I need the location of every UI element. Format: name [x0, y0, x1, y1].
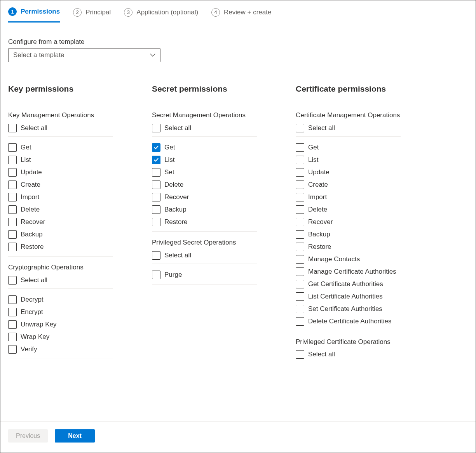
template-select[interactable]: Select a template — [8, 48, 160, 62]
select-all-row: Select all — [8, 274, 113, 289]
tab-label: Permissions — [21, 8, 60, 16]
permission-row: Purge — [152, 269, 257, 281]
checkbox[interactable] — [8, 230, 17, 239]
content-area: Configure from a template Select a templ… — [0, 23, 476, 403]
permission-label: Set Certificate Authorities — [308, 305, 382, 313]
permission-label: List — [308, 156, 318, 164]
checkbox[interactable] — [152, 271, 160, 279]
checkbox[interactable] — [8, 193, 17, 201]
checkbox[interactable] — [296, 205, 304, 214]
checkbox[interactable] — [8, 143, 17, 152]
checkbox[interactable] — [296, 193, 304, 201]
checkbox[interactable] — [296, 350, 304, 359]
checkbox[interactable] — [152, 251, 160, 260]
checkbox[interactable] — [296, 305, 304, 313]
permission-list: Purge — [152, 269, 257, 285]
permission-row: Recover — [8, 216, 113, 228]
checkbox[interactable] — [8, 308, 17, 316]
permission-list: GetListUpdateCreateImportDeleteRecoverBa… — [296, 141, 401, 331]
tab-label: Review + create — [224, 9, 271, 16]
permission-label: Recover — [21, 218, 45, 226]
checkbox[interactable] — [8, 181, 17, 189]
permission-label: Create — [308, 181, 328, 189]
permission-row: Get — [8, 141, 113, 154]
step-number-icon: 2 — [73, 8, 82, 17]
checkbox[interactable] — [8, 156, 17, 164]
checkbox[interactable] — [8, 345, 17, 354]
checkbox[interactable] — [8, 333, 17, 341]
permission-row: Unwrap Key — [8, 318, 113, 331]
checkbox[interactable] — [296, 255, 304, 264]
permission-label: Manage Certificate Authorities — [308, 268, 396, 276]
checkbox[interactable] — [296, 124, 304, 132]
permission-list: DecryptEncryptUnwrap KeyWrap KeyVerify — [8, 293, 113, 359]
checkbox[interactable] — [296, 168, 304, 177]
checkbox[interactable] — [152, 124, 160, 132]
group-title: Key Management Operations — [8, 111, 148, 119]
select-all-label: Select all — [21, 124, 47, 132]
checkbox[interactable] — [152, 205, 160, 214]
tab-permissions[interactable]: 1Permissions — [8, 7, 60, 23]
permission-row: Backup — [152, 203, 257, 216]
permission-label: Backup — [308, 231, 330, 238]
select-all-row: Select all — [152, 121, 257, 137]
permission-row: Restore — [152, 216, 257, 228]
permission-label: Get Certificate Authorities — [308, 280, 383, 288]
checkbox[interactable] — [8, 168, 17, 177]
permission-label: Restore — [164, 218, 188, 226]
checkbox[interactable] — [152, 193, 160, 201]
permission-row: Get Certificate Authorities — [296, 278, 401, 290]
checkbox[interactable] — [296, 243, 304, 251]
select-all-label: Select all — [308, 124, 335, 132]
checkbox[interactable] — [8, 218, 17, 226]
tab-principal[interactable]: 2Principal — [73, 7, 111, 23]
checkbox[interactable] — [152, 168, 160, 177]
checkbox[interactable] — [8, 276, 17, 285]
checkbox[interactable] — [296, 292, 304, 301]
permission-row: Select all — [296, 348, 401, 361]
checkbox[interactable] — [296, 181, 304, 189]
checkbox[interactable] — [296, 230, 304, 239]
checkbox[interactable] — [296, 267, 304, 276]
permission-row: Update — [8, 166, 113, 179]
checkbox[interactable] — [296, 280, 304, 288]
permission-row: Backup — [8, 228, 113, 241]
permission-label: Delete Certificate Authorities — [308, 318, 392, 325]
checkbox[interactable] — [296, 317, 304, 326]
select-all-row: Select all — [296, 121, 401, 137]
permission-row: Set Certificate Authorities — [296, 303, 401, 315]
checkbox[interactable] — [296, 143, 304, 152]
permissions-column: Key permissionsKey Management Operations… — [8, 84, 148, 364]
checkbox[interactable] — [8, 295, 17, 304]
checkbox[interactable] — [152, 143, 160, 152]
permission-row: Decrypt — [8, 293, 113, 306]
step-number-icon: 4 — [211, 8, 220, 17]
permissions-column: Certificate permissionsCertificate Manag… — [296, 84, 436, 364]
checkbox[interactable] — [8, 320, 17, 329]
column-title: Key permissions — [8, 84, 148, 94]
permissions-column: Secret permissionsSecret Management Oper… — [152, 84, 292, 364]
checkbox[interactable] — [8, 124, 17, 132]
checkbox[interactable] — [8, 205, 17, 214]
group-title: Certificate Management Operations — [296, 111, 436, 119]
permission-label: Backup — [164, 206, 187, 213]
permission-label: Set — [164, 168, 174, 176]
permission-row: Delete — [152, 179, 257, 191]
checkbox[interactable] — [8, 243, 17, 251]
tab-application-optional-[interactable]: 3Application (optional) — [124, 7, 198, 23]
wizard-tabs: 1Permissions2Principal3Application (opti… — [0, 0, 476, 23]
next-button[interactable]: Next — [55, 429, 95, 443]
permission-label: Backup — [21, 231, 43, 238]
checkbox[interactable] — [152, 218, 160, 226]
tab-review-create[interactable]: 4Review + create — [211, 7, 271, 23]
checkbox[interactable] — [296, 218, 304, 226]
permission-list: GetListUpdateCreateImportDeleteRecoverBa… — [8, 141, 113, 257]
permission-label: Purge — [164, 271, 182, 279]
permission-row: List — [296, 154, 401, 166]
checkbox[interactable] — [296, 156, 304, 164]
permission-label: Get — [164, 144, 175, 151]
select-all-label: Select all — [21, 276, 47, 284]
step-number-icon: 1 — [8, 7, 17, 16]
checkbox[interactable] — [152, 156, 160, 164]
checkbox[interactable] — [152, 181, 160, 189]
